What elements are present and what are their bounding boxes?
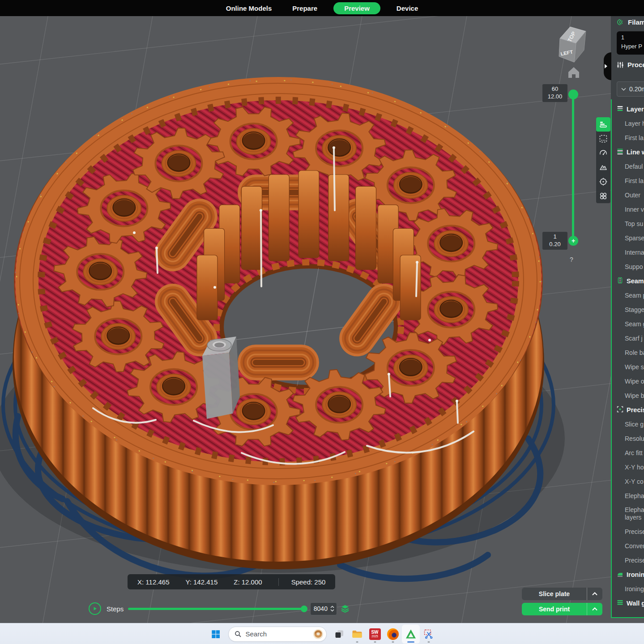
tab-device[interactable]: Device: [392, 2, 422, 14]
target-icon[interactable]: [596, 175, 610, 189]
layer-legend-icon[interactable]: [596, 117, 610, 132]
settings-item-label: Resolu: [611, 431, 644, 446]
chevron-up-icon: [592, 592, 597, 596]
windows-logo-icon[interactable]: [207, 625, 225, 644]
help-icon[interactable]: ?: [570, 256, 573, 263]
settings-item-label: First la: [611, 174, 644, 188]
bing-daily-donut-icon[interactable]: [312, 628, 324, 640]
terrain-icon[interactable]: [596, 160, 610, 175]
task-view-icon[interactable]: [330, 625, 348, 644]
taskbar-search-input[interactable]: Search: [228, 627, 327, 642]
slicer-app-icon[interactable]: [402, 625, 420, 644]
settings-section-header[interactable]: Wall g: [611, 596, 644, 610]
settings-section-header[interactable]: Layer: [611, 102, 644, 116]
settings-item-label: Sparse: [611, 231, 644, 245]
running-indicator-dot: [392, 641, 394, 643]
settings-section-header[interactable]: Precis: [611, 403, 644, 417]
layers-mode-icon[interactable]: [341, 604, 350, 613]
send-print-button[interactable]: Send print: [522, 603, 602, 615]
top-navigation-bar: Online Models Prepare Preview Device: [0, 0, 644, 16]
stepper-up-icon[interactable]: [330, 606, 334, 608]
steps-slider-thumb[interactable]: [301, 606, 307, 612]
settings-section-header[interactable]: Line w: [611, 145, 644, 159]
filament-spool-icon: [617, 18, 624, 26]
home-view-icon[interactable]: [568, 67, 579, 78]
settings-item-label: Wipe b: [611, 388, 644, 403]
line-width-icon: [617, 148, 623, 156]
slice-options-chevron[interactable]: [587, 588, 602, 600]
settings-item-label: Seam p: [611, 288, 644, 303]
viewport-3d-scene[interactable]: TOP LEFT: [0, 16, 611, 623]
play-icon: [92, 606, 98, 611]
filament-title: Filame: [628, 18, 644, 26]
send-print-label: Send print: [522, 606, 587, 613]
steps-bar: Steps 8040: [89, 601, 350, 616]
gcode-position-bar: X: 112.465 Y: 142.415 Z: 12.000 Speed: 2…: [128, 574, 335, 589]
process-preset-value: 0.20mm: [629, 85, 644, 93]
gray-block-object[interactable]: [202, 337, 240, 419]
layer-slider-top-tooltip: 60 12.00: [542, 84, 567, 102]
filament-slot-name: Hyper P: [621, 43, 644, 50]
steps-stepper[interactable]: [330, 606, 337, 612]
settings-item-label: Slice g: [611, 417, 644, 431]
stepper-down-icon[interactable]: [330, 609, 334, 612]
layer-slider-track[interactable]: [572, 94, 574, 241]
settings-item-label: Wipe s: [611, 360, 644, 374]
settings-item-label: Wipe o: [611, 374, 644, 388]
steps-value[interactable]: 8040: [311, 605, 330, 612]
settings-item-label: Interna: [611, 245, 644, 260]
firefox-icon[interactable]: [384, 625, 402, 644]
settings-list: LayerLayer hFirst laLine wDefaulFirst la…: [611, 102, 644, 610]
send-options-chevron[interactable]: [587, 603, 602, 615]
running-indicator-dot: [427, 641, 430, 643]
windows-taskbar: Search SW2025: [0, 623, 644, 644]
settings-item-label: Top su: [611, 217, 644, 231]
play-button[interactable]: [89, 602, 101, 615]
settings-item-label: Defaul: [611, 159, 644, 174]
steps-slider[interactable]: [128, 608, 304, 610]
chevron-up-icon: [592, 607, 597, 611]
settings-item-label: Scarf j: [611, 331, 644, 345]
running-indicator-dot: [374, 641, 376, 643]
settings-item-label: Precise: [611, 525, 644, 539]
speed-gauge-icon[interactable]: [596, 146, 610, 160]
layer-height-icon: [617, 105, 623, 113]
layer-slider-bottom-handle[interactable]: +: [568, 236, 578, 246]
chevron-down-icon: [621, 88, 626, 91]
settings-item-label: Inner v: [611, 202, 644, 217]
viewport-3d[interactable]: TOP LEFT 60 12.00 + 1 0.20 ? X: 112.465 …: [0, 16, 611, 623]
settings-item-label: Seam g: [611, 317, 644, 331]
search-placeholder: Search: [246, 630, 308, 638]
tab-preview[interactable]: Preview: [333, 2, 380, 14]
settings-panel: Filame 1 Hyper P Proce 0.20mm LayerLayer…: [611, 16, 644, 618]
panel-green-bottom-edge: [611, 617, 644, 618]
ironing-icon: [617, 571, 623, 579]
filament-slot[interactable]: 1 Hyper P: [617, 31, 644, 55]
filament-section-header[interactable]: Filame: [617, 18, 644, 26]
layer-slider-top-handle[interactable]: [568, 90, 578, 99]
process-preset-dropdown[interactable]: 0.20mm: [617, 81, 644, 97]
tab-prepare[interactable]: Prepare: [288, 2, 322, 14]
snipping-tool-icon[interactable]: [420, 625, 438, 644]
settings-item-label: Elepha: [611, 489, 644, 503]
slice-plate-button[interactable]: Slice plate: [522, 588, 602, 600]
steps-value-box[interactable]: 8040: [310, 602, 337, 615]
panel-collapse-handle[interactable]: [604, 52, 611, 80]
filament-slot-number: 1: [621, 34, 644, 41]
apps-icon[interactable]: [596, 189, 610, 203]
slice-plate-label: Slice plate: [522, 590, 587, 597]
process-section-header[interactable]: Proce: [617, 61, 644, 68]
settings-section-header[interactable]: Seam: [611, 274, 644, 288]
settings-item-label: Stagge: [611, 303, 644, 317]
precision-icon: [617, 406, 623, 414]
nav-cube[interactable]: TOP LEFT: [559, 27, 586, 62]
settings-section-header[interactable]: Ironing: [611, 567, 644, 582]
solidworks-icon[interactable]: SW2025: [366, 625, 384, 644]
file-explorer-icon[interactable]: [348, 625, 366, 644]
settings-item-label: First la: [611, 131, 644, 145]
layer-slider-bottom-tooltip: 1 0.20: [542, 232, 567, 250]
settings-item-label: Conver: [611, 539, 644, 553]
settings-item-label: Suppo: [611, 260, 644, 274]
plate-select-icon[interactable]: [596, 132, 610, 146]
tab-online-models[interactable]: Online Models: [222, 2, 277, 14]
